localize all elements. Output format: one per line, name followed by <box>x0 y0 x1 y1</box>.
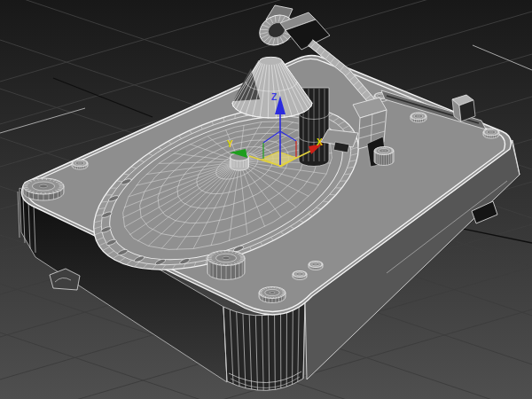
knob-center <box>39 184 47 188</box>
knob-center <box>489 131 493 133</box>
knob-center <box>298 273 301 274</box>
gizmo-z-label: Z <box>271 92 277 102</box>
viewport-3d[interactable]: X Y Z <box>0 0 532 399</box>
knob-center <box>382 150 386 152</box>
knob-center <box>223 256 230 259</box>
knob-center <box>379 95 382 96</box>
knob-center <box>78 162 82 164</box>
knob-center <box>417 115 420 117</box>
knob-center <box>314 263 317 264</box>
gizmo-x-label: X <box>317 137 323 147</box>
viewport-canvas[interactable]: X Y Z <box>0 0 532 399</box>
tonearm-rest-knob <box>374 147 394 166</box>
gizmo-y-label: Y <box>227 139 233 149</box>
knob-center <box>270 292 275 294</box>
